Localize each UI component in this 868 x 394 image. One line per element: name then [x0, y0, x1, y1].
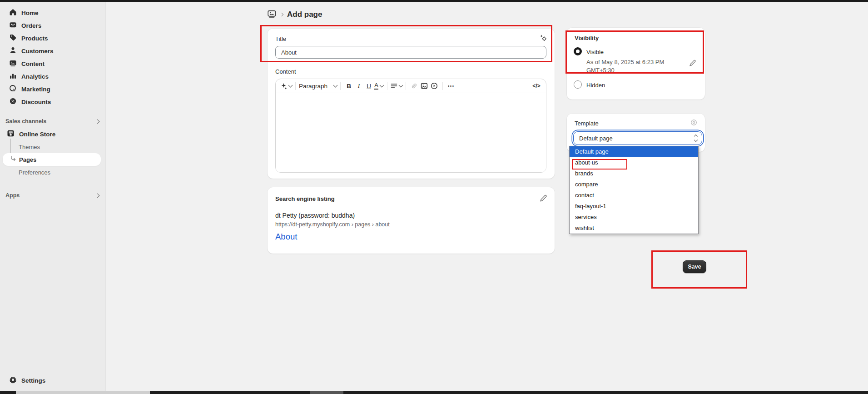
link-button-disabled[interactable]: [409, 80, 419, 91]
sidebar: Home Orders Products Customers Content A…: [0, 2, 106, 391]
paragraph-style-dropdown[interactable]: Paragraph: [299, 80, 337, 91]
sidebar-item-discounts[interactable]: Discounts: [0, 95, 105, 108]
seo-page-title-link[interactable]: About: [275, 232, 297, 242]
eye-icon: [690, 119, 698, 128]
align-left-icon: [391, 83, 397, 89]
scrollbar-thumb[interactable]: [16, 391, 150, 394]
apps-label: Apps: [5, 192, 20, 199]
seo-card: Search engine listing dt Petty (password…: [268, 187, 555, 254]
dropdown-option-brands[interactable]: brands: [570, 168, 698, 179]
alignment-button[interactable]: [391, 80, 402, 91]
play-circle-icon: [431, 82, 438, 90]
ai-sparkle-icon[interactable]: [539, 34, 547, 44]
text-color-button[interactable]: A: [374, 80, 384, 91]
paragraph-label: Paragraph: [299, 83, 327, 90]
sidebar-item-label: Discounts: [21, 99, 51, 105]
text-color-label: A: [374, 82, 378, 90]
pencil-icon[interactable]: [689, 60, 696, 68]
sidebar-item-label: Analytics: [21, 73, 49, 80]
dropdown-option-contact[interactable]: contact: [570, 190, 698, 201]
sidebar-item-content[interactable]: Content: [0, 57, 105, 70]
dropdown-option-compare[interactable]: compare: [570, 179, 698, 190]
sidebar-item-themes[interactable]: Themes: [0, 140, 105, 153]
shopify-admin-add-page: Home Orders Products Customers Content A…: [0, 0, 868, 394]
sidebar-item-label: Marketing: [21, 86, 50, 93]
seo-url: https://dt-petty.myshopify.com › pages ›…: [275, 221, 390, 228]
sidebar-item-label: Online Store: [19, 131, 55, 138]
visibility-card: Visibility Visible As of May 8, 2025 at …: [567, 28, 705, 100]
home-icon: [9, 8, 17, 17]
ai-assist-button[interactable]: [280, 80, 292, 91]
apps-header[interactable]: Apps: [0, 189, 105, 202]
branch-arrow-icon: [10, 156, 16, 163]
sidebar-item-settings[interactable]: Settings: [0, 374, 105, 387]
dropdown-option-about-us[interactable]: about-us: [570, 157, 698, 168]
code-view-button[interactable]: </>: [531, 80, 541, 91]
sidebar-item-label: Settings: [21, 377, 45, 384]
dropdown-option-default-page[interactable]: Default page: [570, 146, 698, 157]
sidebar-item-products[interactable]: Products: [0, 32, 105, 45]
chevron-right-icon: [95, 119, 100, 124]
more-options-button[interactable]: •••: [446, 80, 456, 91]
chevron-down-icon: [399, 83, 403, 88]
toolbar-divider: [387, 82, 387, 90]
discounts-icon: [9, 97, 17, 106]
sidebar-item-label: Content: [21, 60, 45, 67]
sidebar-item-analytics[interactable]: Analytics: [0, 70, 105, 83]
sidebar-item-pages-active[interactable]: Pages: [3, 153, 101, 166]
select-updown-icon: [694, 135, 697, 141]
sidebar-item-label: Home: [21, 10, 39, 16]
sidebar-item-online-store[interactable]: Online Store: [0, 128, 105, 140]
hidden-radio-label[interactable]: Hidden: [586, 82, 605, 89]
save-button[interactable]: Save: [683, 260, 706, 273]
page-type-icon[interactable]: [268, 10, 276, 20]
products-icon: [9, 34, 17, 43]
link-icon: [411, 82, 418, 90]
sidebar-item-label: Themes: [19, 144, 40, 150]
pencil-icon[interactable]: [540, 195, 547, 204]
store-icon: [7, 130, 15, 139]
sales-channels-label: Sales channels: [5, 118, 46, 125]
visibility-card-title: Visibility: [575, 35, 599, 41]
template-select[interactable]: Default page: [573, 131, 702, 145]
visible-radio-label[interactable]: Visible: [586, 49, 604, 55]
sidebar-item-label: Orders: [21, 22, 41, 29]
image-icon: [421, 82, 428, 90]
toolbar-divider: [340, 82, 341, 90]
template-field-label: Template: [575, 120, 599, 127]
hidden-radio[interactable]: [574, 80, 582, 89]
editor-content-area[interactable]: [276, 93, 546, 173]
insert-video-button[interactable]: [429, 80, 439, 91]
sidebar-item-customers[interactable]: Customers: [0, 45, 105, 57]
dropdown-option-services[interactable]: services: [570, 212, 698, 223]
title-input[interactable]: [275, 46, 546, 59]
chevron-down-icon: [380, 83, 384, 88]
orders-icon: [9, 21, 17, 30]
sidebar-item-preferences[interactable]: Preferences: [0, 166, 105, 179]
breadcrumb-separator-icon: [280, 13, 283, 16]
analytics-icon: [9, 72, 17, 81]
window-top-strip: [0, 0, 868, 2]
sidebar-item-label: Pages: [19, 156, 36, 163]
horizontal-scrollbar[interactable]: [0, 391, 868, 394]
italic-button[interactable]: I: [354, 80, 364, 91]
page-title: Add page: [287, 10, 322, 19]
visible-radio-selected[interactable]: [574, 47, 582, 55]
toolbar-divider: [406, 82, 406, 90]
chevron-down-icon: [288, 83, 293, 88]
underline-button[interactable]: U: [364, 80, 374, 91]
sidebar-item-label: Products: [21, 35, 48, 42]
sidebar-item-orders[interactable]: Orders: [0, 19, 105, 32]
content-field-label: Content: [275, 68, 296, 75]
bold-button[interactable]: B: [344, 80, 354, 91]
chevron-down-icon: [333, 83, 338, 88]
insert-image-button[interactable]: [419, 80, 429, 91]
editor-toolbar: Paragraph B I U A: [276, 79, 546, 93]
toolbar-divider: [295, 82, 296, 90]
dropdown-option-faq-layout-1[interactable]: faq-layout-1: [570, 201, 698, 212]
sidebar-item-marketing[interactable]: Marketing: [0, 83, 105, 95]
dropdown-option-wishlist[interactable]: wishlist: [570, 223, 698, 234]
sidebar-item-home[interactable]: Home: [0, 6, 105, 19]
sales-channels-header[interactable]: Sales channels: [0, 115, 105, 128]
page-form-card: Title Content Paragraph B I U A: [268, 29, 555, 179]
